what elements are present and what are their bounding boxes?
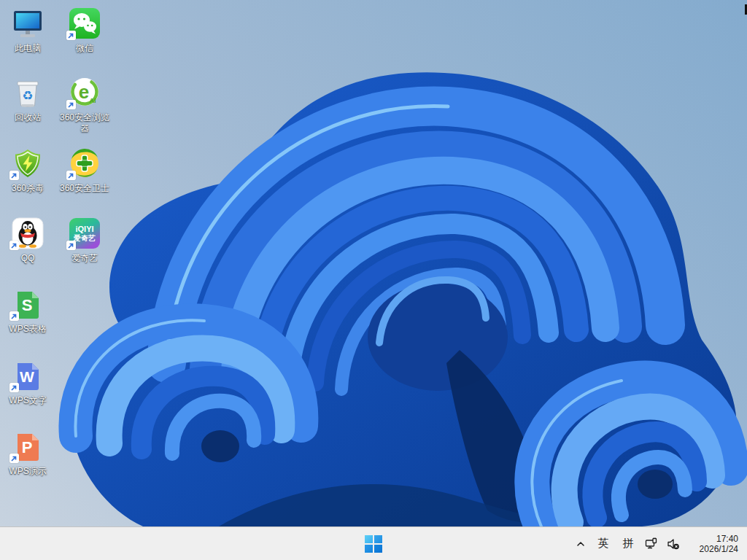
network-ethernet-icon[interactable] [640, 531, 662, 557]
wechat-icon [67, 6, 102, 41]
clock-time: 17:40 [716, 534, 738, 544]
desktop-icon-360-safe-guard[interactable]: 360安全卫士 [57, 146, 112, 194]
recycle-bin-icon: ♻ [10, 75, 45, 110]
desktop-icon-label: QQ [21, 253, 35, 264]
desktop-icon-label: 360安全卫士 [60, 183, 109, 194]
iqiyi-cn-wordmark: 爱奇艺 [73, 234, 96, 242]
wps-writer-icon: W [10, 358, 45, 393]
360-antivirus-icon [10, 146, 45, 181]
desktop-icon-360-browser[interactable]: e AI 360安全浏览器 [57, 75, 112, 134]
shortcut-arrow-icon [9, 311, 19, 321]
wps-spreadsheet-icon: S [10, 287, 45, 322]
desktop-icon-iqiyi[interactable]: iQIYI 爱奇艺 爱奇艺 [57, 216, 112, 264]
windows-logo-icon [365, 535, 382, 553]
desktop-icon-label: 回收站 [15, 112, 41, 123]
360-safe-guard-icon [67, 146, 102, 181]
system-tray: 英 拼 17:40 2026/1/24 [570, 527, 740, 560]
browser-ai-badge: AI [90, 97, 96, 104]
ime-mode-indicator[interactable]: 拼 [616, 531, 640, 557]
shortcut-arrow-icon [9, 454, 19, 463]
shortcut-arrow-icon [9, 383, 19, 392]
desktop-icon-wps-writer[interactable]: W WPS文字 [0, 358, 55, 406]
desktop-icon-label: 爱奇艺 [71, 253, 98, 264]
desktop-icon-label: 此电脑 [15, 43, 41, 54]
shortcut-arrow-icon [66, 171, 76, 180]
desktop-icon-wps-spreadsheet[interactable]: S WPS表格 [0, 287, 55, 335]
taskbar-clock[interactable]: 17:40 2026/1/24 [684, 531, 740, 557]
desktop-icon-recycle-bin[interactable]: ♻ 回收站 [0, 75, 55, 123]
desktop-icon-this-pc[interactable]: 此电脑 [0, 6, 55, 54]
this-pc-icon [10, 6, 45, 41]
desktop-icon-label: 360安全浏览器 [57, 112, 112, 134]
clock-date: 2026/1/24 [700, 544, 738, 554]
shortcut-arrow-icon [66, 241, 76, 250]
volume-muted-icon[interactable] [662, 531, 684, 557]
iqiyi-icon: iQIYI 爱奇艺 [67, 216, 102, 251]
qq-icon [10, 216, 45, 251]
tray-chevron-up-icon[interactable] [570, 531, 591, 557]
desktop-icon-qq[interactable]: QQ [0, 216, 55, 264]
desktop-icon-label: 360杀毒 [12, 183, 44, 194]
desktop-icon-wechat[interactable]: 微信 [57, 6, 112, 54]
wps-sheet-letter: S [22, 296, 33, 314]
wps-presentation-icon: P [10, 429, 45, 464]
browser-letter: e [79, 81, 89, 103]
desktop-icon-360-antivirus[interactable]: 360杀毒 [0, 146, 55, 194]
wps-writer-letter: W [20, 368, 34, 385]
shortcut-arrow-icon [9, 241, 19, 250]
desktop-icon-label: WPS演示 [9, 466, 46, 477]
desktop-icon-label: 微信 [76, 43, 93, 54]
360-browser-icon: e AI [67, 75, 102, 110]
shortcut-arrow-icon [9, 171, 19, 180]
wps-show-letter: P [22, 438, 33, 456]
iqiyi-wordmark: iQIYI [75, 225, 93, 233]
taskbar: 英 拼 17:40 2026/1/24 [0, 526, 747, 560]
desktop-icon-label: WPS文字 [9, 395, 46, 406]
ime-language-indicator[interactable]: 英 [591, 531, 616, 557]
desktop-icon-label: WPS表格 [9, 324, 46, 335]
recycle-glyph: ♻ [22, 89, 33, 103]
start-button[interactable] [359, 530, 388, 558]
shortcut-arrow-icon [66, 100, 76, 109]
shortcut-arrow-icon [66, 31, 76, 40]
desktop-icon-wps-presentation[interactable]: P WPS演示 [0, 429, 55, 477]
